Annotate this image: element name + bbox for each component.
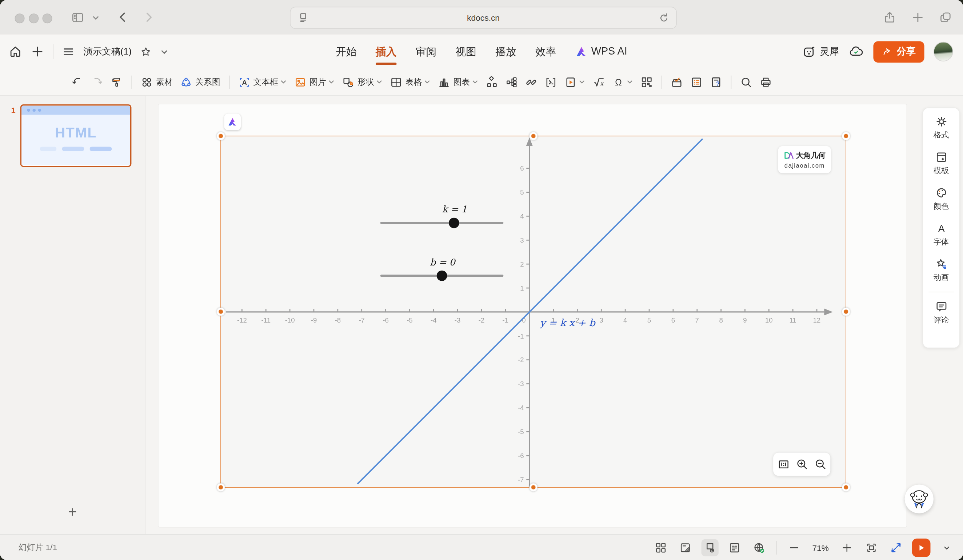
- zoom-in-button[interactable]: [838, 539, 855, 556]
- selection-handle-se[interactable]: [842, 483, 850, 491]
- ribbon-qr-code-button[interactable]: [637, 73, 657, 91]
- selection-handle-n[interactable]: [530, 132, 538, 140]
- reload-icon[interactable]: [658, 12, 669, 23]
- traffic-light-minimize[interactable]: [29, 13, 39, 23]
- ribbon-video-button[interactable]: [561, 73, 589, 91]
- sidebar-item-comment[interactable]: 评论: [934, 300, 949, 325]
- play-options-button[interactable]: [938, 539, 955, 556]
- ribbon-relation-diagram-button[interactable]: 关系图: [177, 73, 224, 91]
- ribbon-divider: [229, 75, 229, 89]
- embedded-widget-logo[interactable]: [224, 113, 241, 130]
- chevron-down-icon[interactable]: [579, 79, 585, 86]
- sidebar-item-font[interactable]: A字体: [934, 222, 949, 247]
- sidebar-item-template[interactable]: 模板: [934, 151, 949, 176]
- chevron-down-icon[interactable]: [472, 79, 478, 86]
- ribbon-redo-button[interactable]: [87, 73, 107, 91]
- selection-handle-s[interactable]: [530, 483, 538, 491]
- y-tick-label: 6: [520, 164, 524, 172]
- tab-审阅[interactable]: 审阅: [416, 44, 436, 58]
- tab-插入[interactable]: 插入: [376, 44, 396, 58]
- ribbon-symbol-omega-button[interactable]: Ω: [609, 73, 637, 91]
- ribbon-mind-map-button[interactable]: [502, 73, 522, 91]
- function-graph[interactable]: -12-11-10-9-8-7-6-5-4-3-2-10123456789101…: [221, 136, 846, 487]
- ribbon-smart-graphic-button[interactable]: [482, 73, 502, 91]
- chevron-down-icon[interactable]: [280, 79, 287, 86]
- ribbon-questionnaire-button[interactable]: ?: [706, 73, 726, 91]
- ribbon-hyperlink-button[interactable]: [522, 73, 541, 91]
- assistant-mascot[interactable]: [905, 484, 934, 513]
- selection-handle-sw[interactable]: [217, 483, 225, 491]
- ribbon-image-button[interactable]: 图片: [290, 73, 339, 91]
- traffic-light-close[interactable]: [15, 13, 25, 23]
- ribbon-outline-list-button[interactable]: [687, 73, 706, 91]
- tabs-overview-icon[interactable]: [939, 11, 952, 24]
- slide-thumbnail[interactable]: HTML: [20, 104, 132, 167]
- geometry-widget[interactable]: -12-11-10-9-8-7-6-5-4-3-2-10123456789101…: [221, 136, 846, 487]
- share-export-icon[interactable]: [883, 11, 896, 24]
- traffic-light-zoom[interactable]: [42, 13, 52, 23]
- tab-播放[interactable]: 播放: [495, 44, 516, 58]
- tab-WPS AI[interactable]: WPS AI: [576, 45, 627, 58]
- sidebar-item-format[interactable]: 格式: [934, 115, 949, 140]
- tab-效率[interactable]: 效率: [535, 44, 556, 58]
- equation-label[interactable]: y = k x + b: [539, 317, 596, 329]
- ribbon-text-box-button[interactable]: A文本框: [234, 73, 290, 91]
- new-document-icon[interactable]: [31, 45, 44, 58]
- slider-k-handle[interactable]: [449, 218, 459, 228]
- cloud-sync-icon[interactable]: [848, 44, 864, 60]
- selection-handle-nw[interactable]: [217, 132, 225, 140]
- sidebar-item-animation[interactable]: 动画: [934, 258, 949, 283]
- selection-handle-e[interactable]: [842, 308, 850, 316]
- sidebar-item-color[interactable]: 颜色: [934, 186, 949, 212]
- user-avatar[interactable]: [934, 42, 953, 62]
- ribbon-table-button[interactable]: 表格: [386, 73, 434, 91]
- ribbon-undo-button[interactable]: [68, 73, 87, 91]
- ribbon-chart-button[interactable]: 图表: [434, 73, 482, 91]
- play-slideshow-button[interactable]: [912, 539, 931, 557]
- reset-zoom-icon[interactable]: [777, 458, 790, 471]
- back-button[interactable]: [117, 11, 129, 23]
- ribbon-shapes-button[interactable]: 形状: [339, 73, 387, 91]
- page-format-icon[interactable]: [297, 11, 309, 23]
- title-chevron-down-icon[interactable]: [160, 48, 169, 56]
- grid-view-button[interactable]: [652, 539, 669, 556]
- ribbon-vote-button[interactable]: [667, 73, 687, 91]
- ribbon-assets-button[interactable]: 素材: [137, 73, 177, 91]
- fit-screen-button[interactable]: [863, 539, 880, 556]
- zoom-in-icon[interactable]: [796, 458, 808, 471]
- web-view-button[interactable]: [751, 539, 768, 556]
- sidebar-toggle-icon[interactable]: [71, 11, 84, 24]
- tab-开始[interactable]: 开始: [336, 44, 357, 58]
- forward-button[interactable]: [143, 11, 155, 23]
- current-view-button[interactable]: [702, 539, 718, 556]
- dajiao-brand-card[interactable]: 大角几何 dajiaoai.com: [778, 146, 831, 173]
- tab-视图[interactable]: 视图: [456, 44, 477, 58]
- share-button[interactable]: 分享: [873, 41, 924, 62]
- zoom-out-icon[interactable]: [814, 458, 826, 471]
- chevron-down-icon[interactable]: [376, 79, 383, 86]
- selection-handle-w[interactable]: [217, 308, 225, 316]
- chevron-down-icon[interactable]: [328, 79, 335, 86]
- ribbon-print-button[interactable]: [756, 73, 776, 91]
- chevron-down-icon[interactable]: [627, 79, 634, 86]
- ribbon-formula-button[interactable]: x: [589, 73, 609, 91]
- add-slide-button[interactable]: +: [0, 503, 145, 521]
- ribbon-format-painter-button[interactable]: [107, 73, 126, 91]
- ribbon-code-block-button[interactable]: [541, 73, 561, 91]
- ribbon-find-button[interactable]: [736, 73, 756, 91]
- new-tab-icon[interactable]: [911, 11, 924, 24]
- home-icon[interactable]: [9, 45, 22, 58]
- menu-icon[interactable]: [62, 45, 75, 58]
- chevron-down-icon[interactable]: [424, 79, 431, 86]
- lingxi-button[interactable]: 灵犀: [802, 45, 839, 58]
- star-favorite-icon[interactable]: [140, 46, 152, 57]
- url-bar[interactable]: kdocs.cn: [290, 7, 677, 29]
- slider-b-handle[interactable]: [437, 270, 447, 281]
- slide-editor-view-button[interactable]: [677, 539, 694, 556]
- notes-view-button[interactable]: [726, 539, 743, 556]
- fullscreen-button[interactable]: [887, 539, 905, 556]
- chevron-down-icon[interactable]: [92, 14, 99, 21]
- selection-handle-ne[interactable]: [842, 132, 850, 140]
- document-title[interactable]: 演示文稿(1): [84, 46, 132, 57]
- zoom-out-button[interactable]: [786, 539, 802, 556]
